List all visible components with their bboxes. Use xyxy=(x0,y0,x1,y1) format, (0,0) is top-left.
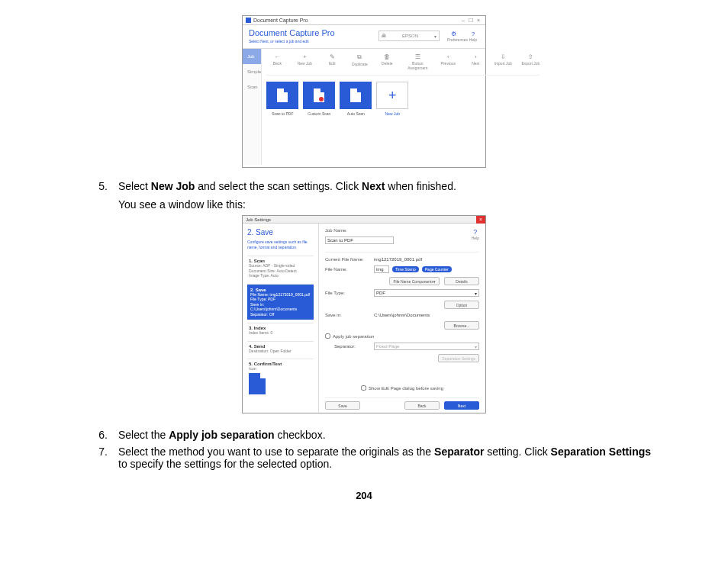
pill-pagecounter[interactable]: Page Counter xyxy=(422,266,452,272)
printer-icon: 🖶 xyxy=(382,34,386,38)
dialog-titlebar: Job Settings × xyxy=(243,216,485,224)
sidebar: Job Scan Simple Scan xyxy=(243,49,262,165)
document-icon xyxy=(314,88,324,102)
jobname-label: Job Name: xyxy=(325,228,371,233)
help-button[interactable]: ? Help xyxy=(472,228,479,240)
next-button[interactable]: ›Next xyxy=(466,53,485,70)
app-subtitle: Select Next, or select a job and edit xyxy=(249,39,335,43)
pencil-icon: ✎ xyxy=(323,53,341,60)
plus-icon: + xyxy=(295,53,314,60)
app-icon xyxy=(246,18,251,23)
wizard-steps: 2. Save Configure save settings such as … xyxy=(243,224,319,413)
job-tiles: Scan to PDF Custom Scan Auto Scan + New … xyxy=(266,82,540,116)
browse-button[interactable]: Browse... xyxy=(444,321,479,330)
step-subheading: Configure save settings such as file nam… xyxy=(247,240,314,249)
page-number: 204 xyxy=(66,490,662,501)
step-confirm[interactable]: 5. Confirm/Test Icon: xyxy=(247,359,314,397)
gear-icon: ⚙ xyxy=(447,31,459,37)
step-send[interactable]: 4. Send Destination: Open Folder xyxy=(247,341,314,356)
document-icon xyxy=(277,88,288,102)
assign-icon: ☰ xyxy=(405,53,430,60)
close-icon[interactable]: × xyxy=(476,216,485,224)
currentfilename-label: Current File Name: xyxy=(325,257,371,262)
pill-timestamp[interactable]: Time Stamp xyxy=(392,266,419,272)
main-content: ←Back +New Job ✎Edit ⧉Duplicate 🗑Delete … xyxy=(262,49,544,165)
step-text: Select the Apply job separation checkbox… xyxy=(118,429,662,441)
export-job-button[interactable]: ⇧Export Job xyxy=(521,53,540,70)
help-icon: ? xyxy=(467,31,479,37)
help-icon: ? xyxy=(472,228,479,236)
chevron-down-icon: ▾ xyxy=(475,344,477,349)
delete-button[interactable]: 🗑Delete xyxy=(378,53,396,70)
separator-label: Separator: xyxy=(325,344,371,349)
next-button[interactable]: Next xyxy=(444,401,479,410)
copy-icon: ⧉ xyxy=(350,53,369,61)
filetype-select[interactable]: PDF▾ xyxy=(374,289,479,297)
chevron-down-icon: ▾ xyxy=(475,291,477,296)
close-icon[interactable]: × xyxy=(475,18,482,23)
step-number: 6. xyxy=(95,429,108,441)
save-button[interactable]: Save xyxy=(325,401,360,410)
savein-label: Save in: xyxy=(325,313,371,317)
currentfilename-value: img12172019_0001.pdf xyxy=(374,257,422,262)
plus-icon: + xyxy=(388,88,397,104)
tile-scan-to-pdf[interactable]: Scan to PDF xyxy=(266,82,298,116)
option-button[interactable]: Option xyxy=(444,301,479,309)
preferences-button[interactable]: ⚙ Preferences xyxy=(447,31,459,42)
separator-select[interactable]: Fixed Page▾ xyxy=(374,343,479,350)
new-job-button[interactable]: +New Job xyxy=(295,53,314,70)
step-number: 5. xyxy=(95,180,108,211)
back-icon: ← xyxy=(268,53,286,60)
import-job-button[interactable]: ⇩Import Job xyxy=(494,53,512,70)
filename-prefix-input[interactable]: img xyxy=(374,265,389,273)
filename-components-button[interactable]: File Name Components ▾ xyxy=(389,277,440,285)
chevron-down-icon: ▾ xyxy=(434,34,436,39)
tile-custom-scan[interactable]: Custom Scan xyxy=(303,82,335,116)
details-button[interactable]: Details xyxy=(444,277,479,285)
sidebar-item-simplescan[interactable]: Simple Scan xyxy=(243,64,261,79)
window-titlebar: Document Capture Pro – ☐ × xyxy=(243,16,485,25)
previous-button[interactable]: ‹Previous xyxy=(439,53,457,70)
trash-icon: 🗑 xyxy=(378,53,396,60)
step-index[interactable]: 3. Index Index Items: 0 xyxy=(247,323,314,338)
document-icon xyxy=(350,88,361,102)
document-icon xyxy=(249,373,266,394)
sidebar-item-jobscan[interactable]: Job Scan xyxy=(243,49,261,64)
step-save[interactable]: 2. Save File Name: img12172019_0001.pdf … xyxy=(247,284,314,320)
app-header: Document Capture Pro Select Next, or sel… xyxy=(243,25,485,49)
filetype-label: File Type: xyxy=(325,291,371,295)
tile-new-job[interactable]: + New Job xyxy=(376,82,408,116)
minimize-icon[interactable]: – xyxy=(459,18,467,23)
step-text: Select the method you want to use to sep… xyxy=(118,446,662,470)
step-number: 7. xyxy=(95,446,108,470)
maximize-icon[interactable]: ☐ xyxy=(467,18,475,24)
help-button[interactable]: ? Help xyxy=(467,31,479,42)
jobname-input[interactable]: Scan to PDF xyxy=(325,236,394,244)
dialog-title: Job Settings xyxy=(246,217,271,222)
filename-label: File Name: xyxy=(325,267,371,272)
savein-value: C:\Users\johnm\Documents xyxy=(374,313,430,317)
scanner-select[interactable]: 🖶 EPSON ▾ xyxy=(378,31,440,41)
apply-separation-checkbox[interactable]: Apply job separation xyxy=(325,333,374,339)
back-button[interactable]: ←Back xyxy=(268,53,286,70)
step-heading: 2. Save xyxy=(247,228,314,236)
step-text: Select New Job and select the scan setti… xyxy=(118,180,662,211)
duplicate-button[interactable]: ⧉Duplicate xyxy=(350,53,369,70)
separation-settings-button[interactable]: Separation Settings xyxy=(438,354,479,362)
tile-auto-scan[interactable]: Auto Scan xyxy=(340,82,372,116)
window-title: Document Capture Pro xyxy=(253,18,308,23)
step-scan[interactable]: 1. Scan Source: ADF - Single-sided Docum… xyxy=(247,256,314,281)
screenshot-job-settings: Job Settings × 2. Save Configure save se… xyxy=(242,215,486,413)
back-button[interactable]: Back xyxy=(404,401,440,410)
toolbar: ←Back +New Job ✎Edit ⧉Duplicate 🗑Delete … xyxy=(266,52,540,76)
settings-panel: ? Help Job Name: Scan to PDF Current Fil… xyxy=(319,224,485,413)
app-title: Document Capture Pro xyxy=(249,28,335,37)
screenshot-document-capture-pro: Document Capture Pro – ☐ × Document Capt… xyxy=(242,15,486,168)
button-assignment[interactable]: ☰Button Assignment xyxy=(405,53,430,70)
show-edit-page-checkbox[interactable]: Show Edit Page dialog before saving xyxy=(361,385,443,391)
edit-button[interactable]: ✎Edit xyxy=(323,53,341,70)
